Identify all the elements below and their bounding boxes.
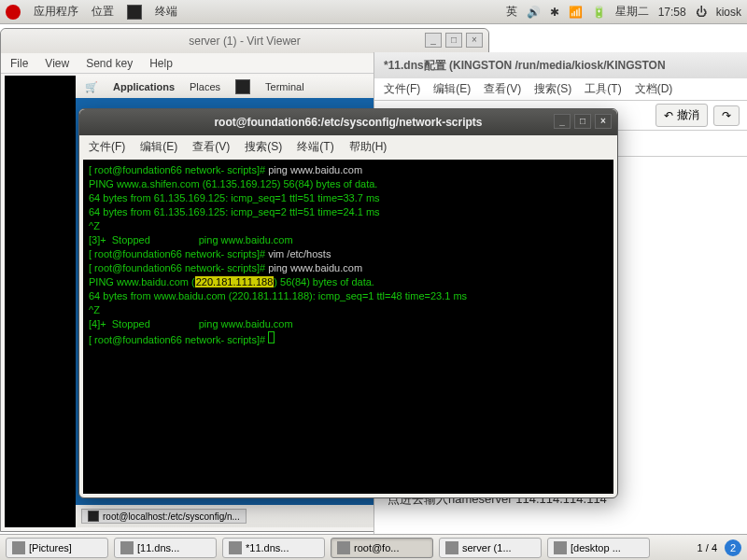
guest-task-label: root@localhost:/etc/sysconfig/n... (103, 511, 240, 522)
guest-terminal-label[interactable]: Terminal (265, 81, 304, 92)
virt-menu-file[interactable]: File (10, 57, 28, 70)
terminal-line: ^Z (89, 219, 608, 233)
gedit-menu-file[interactable]: 文件(F) (384, 81, 420, 97)
terminal-output[interactable]: [ root@foundation66 network- scripts]# p… (83, 160, 613, 494)
taskbar-button[interactable]: [desktop ... (547, 538, 650, 558)
task-label: [11.dns... (137, 542, 179, 553)
taskbar-button[interactable]: root@fo... (331, 538, 433, 558)
ime-indicator[interactable]: 英 (506, 4, 517, 20)
task-label: [desktop ... (571, 542, 621, 553)
terminal-icon (88, 511, 99, 522)
gedit-menu-edit[interactable]: 编辑(E) (433, 81, 471, 97)
guest-menu-places[interactable]: Places (190, 81, 220, 92)
task-label: server (1... (462, 542, 512, 553)
battery-icon[interactable]: 🔋 (592, 6, 606, 19)
taskbar-button[interactable]: [Pictures] (6, 538, 108, 558)
terminal-line: PING www.baidu.com (220.181.111.188) 56(… (89, 275, 608, 289)
gedit-menu-search[interactable]: 搜索(S) (534, 81, 571, 97)
terminal-line: [ root@foundation66 network- scripts]# p… (89, 163, 608, 177)
menu-places[interactable]: 位置 (92, 4, 114, 20)
terminal-launcher-icon[interactable] (127, 5, 142, 20)
redhat-icon (6, 5, 21, 20)
taskbar-button[interactable]: server (1... (439, 538, 542, 558)
term-menu-view[interactable]: 查看(V) (192, 139, 230, 155)
gedit-menu-docs[interactable]: 文档(D) (635, 81, 673, 97)
gnome-topbar: 应用程序 位置 终端 英 🔊 ✱ 📶 🔋 星期二 17:58 ⏻ kiosk (0, 0, 747, 24)
guest-menu-applications[interactable]: Applications (113, 81, 175, 92)
terminal-line: [ root@foundation66 network- scripts]# v… (89, 247, 608, 261)
gedit-menu-view[interactable]: 查看(V) (484, 81, 521, 97)
redo-icon: ↷ (722, 109, 731, 122)
guest-apps-icon: 🛒 (85, 81, 98, 93)
terminal-titlebar[interactable]: root@foundation66:/etc/sysconfig/network… (79, 109, 617, 135)
terminal-line: PING www.a.shifen.com (61.135.169.125) 5… (89, 177, 608, 191)
terminal-line: 64 bytes from www.baidu.com (220.181.111… (89, 289, 608, 303)
terminal-line: ^Z (89, 303, 608, 317)
terminal-line: [ root@foundation66 network- scripts]# p… (89, 261, 608, 275)
task-icon (12, 541, 25, 554)
task-icon (445, 541, 458, 554)
undo-button[interactable]: ↶撤消 (655, 104, 708, 127)
terminal-window[interactable]: root@foundation66:/etc/sysconfig/network… (78, 108, 618, 498)
task-label: root@fo... (354, 542, 399, 553)
terminal-launcher-label[interactable]: 终端 (155, 4, 177, 20)
undo-icon: ↶ (664, 109, 673, 122)
terminal-line: 64 bytes from 61.135.169.125: icmp_seq=1… (89, 191, 608, 205)
terminal-menubar: 文件(F) 编辑(E) 查看(V) 搜索(S) 终端(T) 帮助(H) (79, 135, 617, 158)
term-menu-search[interactable]: 搜索(S) (245, 139, 282, 155)
virt-close-button[interactable]: × (466, 33, 483, 48)
term-menu-terminal[interactable]: 终端(T) (297, 139, 333, 155)
cursor (268, 331, 275, 343)
task-icon (229, 541, 242, 554)
virt-title-text: server (1) - Virt Viewer (189, 35, 301, 48)
notification-badge[interactable]: 2 (725, 539, 741, 556)
power-icon[interactable]: ⏻ (696, 6, 707, 19)
task-icon (554, 541, 567, 554)
taskbar-button[interactable]: [11.dns... (114, 538, 217, 558)
terminal-maximize-button[interactable]: □ (574, 114, 591, 129)
term-menu-help[interactable]: 帮助(H) (349, 139, 388, 155)
gedit-title-text: *11.dns配置 (KINGSTON /run/media/kiosk/KIN… (384, 58, 666, 74)
redo-button[interactable]: ↷ (713, 105, 740, 126)
task-label: *11.dns... (246, 542, 289, 553)
menu-applications[interactable]: 应用程序 (34, 4, 78, 20)
terminal-minimize-button[interactable]: _ (554, 114, 571, 129)
taskbar-button[interactable]: *11.dns... (222, 538, 325, 558)
terminal-line: [3]+ Stopped ping www.baidu.com (89, 233, 608, 247)
virt-menu-sendkey[interactable]: Send key (86, 57, 133, 70)
task-icon (337, 541, 350, 554)
wifi-icon[interactable]: 📶 (569, 6, 583, 19)
guest-black-strip (5, 76, 76, 527)
user-label[interactable]: kiosk (716, 6, 741, 19)
task-icon (120, 541, 134, 554)
task-label: [Pictures] (29, 542, 72, 553)
gedit-menu-tools[interactable]: 工具(T) (585, 81, 621, 97)
bluetooth-icon[interactable]: ✱ (550, 6, 559, 19)
gedit-titlebar[interactable]: *11.dns配置 (KINGSTON /run/media/kiosk/KIN… (374, 52, 747, 78)
terminal-line: 64 bytes from 61.135.169.125: icmp_seq=2… (89, 205, 608, 219)
virt-menu-help[interactable]: Help (149, 57, 173, 70)
gedit-menubar: 文件(F) 编辑(E) 查看(V) 搜索(S) 工具(T) 文档(D) (374, 78, 747, 101)
terminal-title-text: root@foundation66:/etc/sysconfig/network… (214, 116, 482, 129)
terminal-line: [ root@foundation66 network- scripts]# (89, 331, 608, 347)
terminal-line: [4]+ Stopped ping www.baidu.com (89, 317, 608, 331)
undo-label: 撤消 (677, 107, 699, 123)
clock-time[interactable]: 17:58 (658, 6, 686, 19)
virt-titlebar[interactable]: server (1) - Virt Viewer _ □ × (1, 29, 488, 53)
virt-maximize-button[interactable]: □ (445, 33, 462, 48)
term-menu-file[interactable]: 文件(F) (89, 139, 125, 155)
volume-icon[interactable]: 🔊 (527, 6, 541, 19)
term-menu-edit[interactable]: 编辑(E) (140, 139, 177, 155)
guest-terminal-icon[interactable] (235, 79, 250, 94)
clock-day[interactable]: 星期二 (615, 4, 649, 20)
workspace-indicator[interactable]: 1 / 4 (698, 542, 717, 553)
virt-minimize-button[interactable]: _ (425, 33, 442, 48)
terminal-close-button[interactable]: × (595, 114, 612, 129)
virt-menu-view[interactable]: View (45, 57, 69, 70)
bottom-taskbar: [Pictures][11.dns...*11.dns...root@fo...… (0, 534, 747, 560)
guest-task-item[interactable]: root@localhost:/etc/sysconfig/n... (81, 509, 247, 524)
